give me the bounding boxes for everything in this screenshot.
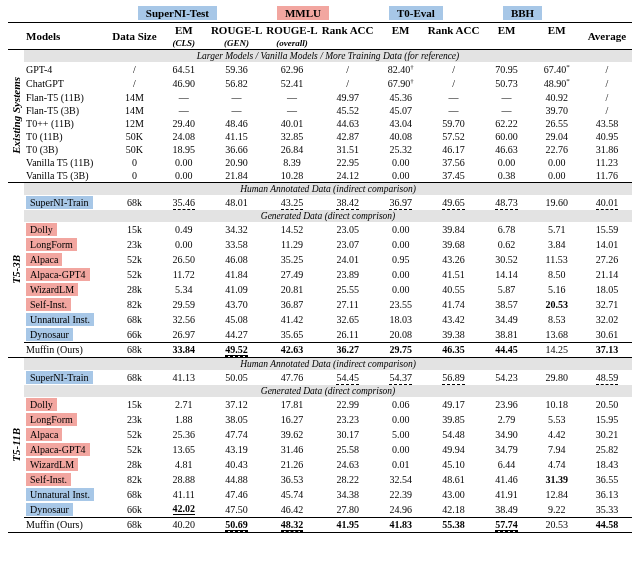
value-cell: 11.29 xyxy=(264,237,319,252)
data-size: 82k xyxy=(110,472,158,487)
value-cell: 48.46 xyxy=(209,117,264,130)
value-cell: 34.38 xyxy=(320,487,376,502)
value-cell: 35.25 xyxy=(264,252,319,267)
model-name: Dolly xyxy=(24,397,110,412)
value-cell: — xyxy=(159,104,209,117)
model-name: Dynosaur xyxy=(24,502,110,518)
group-label: T5-3B xyxy=(8,255,24,284)
value-cell: 10.18 xyxy=(532,397,582,412)
value-cell: 49.17 xyxy=(426,397,482,412)
value-cell: 48.73 xyxy=(482,195,532,210)
value-cell: 40.01 xyxy=(582,195,632,210)
value-cell: 5.87 xyxy=(482,282,532,297)
value-cell: 0.00 xyxy=(376,156,426,169)
value-cell: 57.52 xyxy=(426,130,482,143)
value-cell: 5.34 xyxy=(159,282,209,297)
value-cell: 56.82 xyxy=(209,76,264,90)
value-cell: 32.02 xyxy=(582,312,632,327)
model-name: ChatGPT xyxy=(24,76,110,90)
value-cell: 32.65 xyxy=(320,312,376,327)
value-cell: 0.00 xyxy=(376,442,426,457)
model-pill: LongForm xyxy=(26,238,77,251)
value-cell: 36.87 xyxy=(264,297,319,312)
value-cell: 43.26 xyxy=(426,252,482,267)
model-pill: Dolly xyxy=(26,223,57,236)
value-cell: 45.74 xyxy=(264,487,319,502)
value-cell: 43.00 xyxy=(426,487,482,502)
data-size: 66k xyxy=(110,502,158,518)
value-cell: 24.12 xyxy=(320,169,376,183)
value-cell: 32.71 xyxy=(582,297,632,312)
value-cell: 26.97 xyxy=(159,327,209,343)
value-cell: 35.33 xyxy=(582,502,632,518)
value-cell: 21.84 xyxy=(209,169,264,183)
value-cell: 49.52 xyxy=(209,342,264,357)
value-cell: 22.99 xyxy=(320,397,376,412)
value-cell: 0.62 xyxy=(482,237,532,252)
value-cell: 18.43 xyxy=(582,457,632,472)
value-cell: 18.95 xyxy=(159,143,209,156)
model-name: T0 (11B) xyxy=(24,130,110,143)
model-name: WizardLM xyxy=(24,282,110,297)
hdr-em-t0: EM xyxy=(482,23,532,38)
value-cell: 0.49 xyxy=(159,222,209,237)
model-pill: Unnatural Inst. xyxy=(26,313,94,326)
model-pill: Self-Inst. xyxy=(26,473,71,486)
value-cell: 11.23 xyxy=(582,156,632,169)
value-cell: / xyxy=(582,104,632,117)
model-name: Alpaca xyxy=(24,252,110,267)
data-size: 23k xyxy=(110,412,158,427)
value-cell: 33.58 xyxy=(209,237,264,252)
model-name: Self-Inst. xyxy=(24,297,110,312)
value-cell: 27.26 xyxy=(582,252,632,267)
hdr-em-mmlu: EM xyxy=(376,23,426,38)
value-cell: 40.43 xyxy=(209,457,264,472)
value-cell: 0.06 xyxy=(376,397,426,412)
value-cell: 18.05 xyxy=(582,282,632,297)
value-cell: 0.00 xyxy=(159,156,209,169)
data-size: 68k xyxy=(110,312,158,327)
value-cell: 49.94 xyxy=(426,442,482,457)
model-name: LongForm xyxy=(24,237,110,252)
value-cell: 41.74 xyxy=(426,297,482,312)
value-cell: 39.38 xyxy=(426,327,482,343)
value-cell: 45.07 xyxy=(376,104,426,117)
value-cell: 46.42 xyxy=(264,502,319,518)
value-cell: 44.88 xyxy=(209,472,264,487)
value-cell: — xyxy=(209,91,264,104)
value-cell: 41.42 xyxy=(264,312,319,327)
value-cell: 55.38 xyxy=(426,517,482,532)
value-cell: 47.76 xyxy=(264,370,319,385)
value-cell: 47.46 xyxy=(209,487,264,502)
value-cell: 4.74 xyxy=(532,457,582,472)
value-cell: 7.94 xyxy=(532,442,582,457)
value-cell: 23.55 xyxy=(376,297,426,312)
data-size: 68k xyxy=(110,342,158,357)
value-cell: 36.27 xyxy=(320,342,376,357)
data-size: 52k xyxy=(110,442,158,457)
value-cell: 40.55 xyxy=(426,282,482,297)
value-cell: 44.58 xyxy=(582,517,632,532)
value-cell: 43.42 xyxy=(426,312,482,327)
value-cell: — xyxy=(264,91,319,104)
value-cell: 2.79 xyxy=(482,412,532,427)
model-name: Alpaca xyxy=(24,427,110,442)
value-cell: 4.42 xyxy=(532,427,582,442)
value-cell: 11.72 xyxy=(159,267,209,282)
model-pill: Alpaca-GPT4 xyxy=(26,443,90,456)
column-group-tags: SuperNI-Test MMLU T0-Eval BBH xyxy=(48,6,632,20)
value-cell: 45.10 xyxy=(426,457,482,472)
value-cell: 40.01 xyxy=(264,117,319,130)
value-cell: — xyxy=(264,104,319,117)
value-cell: 23.05 xyxy=(320,222,376,237)
value-cell: 27.49 xyxy=(264,267,319,282)
value-cell: 39.68 xyxy=(426,237,482,252)
value-cell: 38.57 xyxy=(482,297,532,312)
value-cell: 27.11 xyxy=(320,297,376,312)
value-cell: 13.68 xyxy=(532,327,582,343)
model-name: T0 (3B) xyxy=(24,143,110,156)
value-cell: 33.84 xyxy=(159,342,209,357)
value-cell: 41.91 xyxy=(482,487,532,502)
value-cell: 34.32 xyxy=(209,222,264,237)
value-cell: / xyxy=(582,76,632,90)
